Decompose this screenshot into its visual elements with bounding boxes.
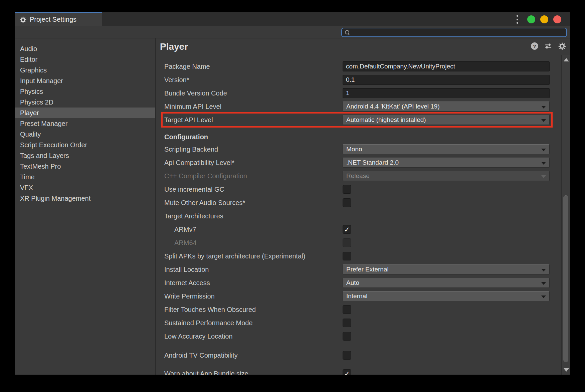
main-header: Player ? [156, 38, 570, 55]
setting-row-armv7: ARMv7✓ [164, 223, 550, 236]
vertical-scrollbar[interactable] [561, 55, 570, 375]
dropdown-value: Release [346, 172, 370, 180]
search-input[interactable] [352, 29, 552, 36]
toolbar [15, 26, 570, 38]
sidebar-item-quality[interactable]: Quality [15, 129, 155, 140]
header-icons: ? [531, 42, 566, 50]
setting-row-c-compiler-configuration: C++ Compiler ConfigurationRelease [164, 169, 550, 183]
sidebar-item-input-manager[interactable]: Input Manager [15, 75, 155, 86]
tab-project-settings[interactable]: Project Settings [15, 12, 102, 26]
sidebar-item-script-execution-order[interactable]: Script Execution Order [15, 140, 155, 150]
setting-row-write-permission: Write PermissionInternal [164, 289, 550, 303]
armv7-checkbox[interactable]: ✓ [343, 225, 351, 234]
sidebar-item-xr-plugin-management[interactable]: XR Plugin Management [15, 193, 155, 204]
scroll-down-arrow-icon[interactable] [564, 368, 569, 372]
sidebar-item-physics[interactable]: Physics [15, 86, 155, 97]
minimum-api-level-dropdown[interactable]: Android 4.4 'KitKat' (API level 19) [343, 102, 550, 112]
setting-row-api-compatibility-level: Api Compatibility Level*.NET Standard 2.… [164, 156, 550, 169]
low-accuracy-location-checkbox[interactable] [343, 332, 351, 341]
sidebar-item-vfx[interactable]: VFX [15, 182, 155, 193]
help-circle-icon[interactable]: ? [531, 42, 539, 50]
check-icon: ✓ [344, 370, 350, 375]
sidebar-item-physics-2d[interactable]: Physics 2D [15, 97, 155, 108]
install-location-dropdown[interactable]: Prefer External [343, 264, 550, 274]
chevron-down-icon [541, 162, 546, 165]
write-permission-dropdown[interactable]: Internal [343, 291, 550, 301]
setting-label: Bundle Version Code [164, 89, 343, 97]
setting-row-use-incremental-gc: Use incremental GC [164, 183, 550, 196]
setting-row-version: Version* [164, 73, 550, 86]
package-name-field[interactable] [343, 61, 550, 71]
scroll-up-arrow-icon[interactable] [564, 58, 569, 61]
android-tv-compatibility-checkbox[interactable] [343, 351, 351, 360]
setting-label: Install Location [164, 266, 343, 273]
sidebar-item-player[interactable]: Player [15, 108, 155, 118]
setting-label: Write Permission [164, 292, 343, 300]
setting-label: Internet Access [164, 279, 343, 287]
scrollbar-thumb[interactable] [563, 195, 568, 362]
setting-label: Filter Touches When Obscured [164, 306, 343, 314]
sustained-performance-mode-checkbox[interactable] [343, 319, 351, 327]
warn-about-app-bundle-size-checkbox[interactable]: ✓ [343, 369, 351, 375]
sidebar-item-graphics[interactable]: Graphics [15, 65, 155, 75]
setting-label: Package Name [164, 63, 343, 70]
window-controls [527, 15, 561, 23]
target-api-level-dropdown[interactable]: Automatic (highest installed) [343, 115, 550, 125]
chevron-down-icon [541, 106, 546, 109]
section-header-label: Configuration [164, 133, 208, 141]
split-apks-by-target-architecture-experimental-checkbox[interactable] [343, 252, 351, 260]
api-compatibility-level-dropdown[interactable]: .NET Standard 2.0 [343, 158, 550, 168]
setting-row-android-tv-compatibility: Android TV Compatibility [164, 349, 550, 362]
setting-row-install-location: Install LocationPrefer External [164, 263, 550, 276]
setting-row-minimum-api-level: Minimum API LevelAndroid 4.4 'KitKat' (A… [164, 100, 550, 113]
page-title: Player [160, 41, 188, 52]
version-field[interactable] [343, 75, 550, 85]
sidebar-item-tags-and-layers[interactable]: Tags and Layers [15, 150, 155, 161]
setting-row-target-api-level: Target API LevelAutomatic (highest insta… [164, 113, 550, 127]
window-button-yellow[interactable] [540, 15, 548, 23]
use-incremental-gc-checkbox[interactable] [343, 185, 351, 194]
content-area: AudioEditorGraphicsInput ManagerPhysicsP… [15, 38, 570, 375]
settings-scroll-area: Package NameVersion*Bundle Version CodeM… [156, 55, 561, 375]
setting-label: Target Architectures [164, 212, 343, 220]
setting-row-scripting-backend: Scripting BackendMono [164, 143, 550, 156]
chevron-down-icon [541, 282, 546, 285]
bundle-version-code-field[interactable] [343, 88, 550, 98]
mute-other-audio-sources-checkbox[interactable] [343, 198, 351, 207]
setting-row-split-apks-by-target-architecture-experimental: Split APKs by target architecture (Exper… [164, 249, 550, 263]
setting-row-sustained-performance-mode: Sustained Performance Mode [164, 316, 550, 330]
sidebar-item-preset-manager[interactable]: Preset Manager [15, 118, 155, 129]
sidebar: AudioEditorGraphicsInput ManagerPhysicsP… [15, 38, 155, 375]
kebab-menu-icon[interactable] [515, 15, 520, 24]
c-compiler-configuration-dropdown: Release [343, 171, 550, 181]
scripting-backend-dropdown[interactable]: Mono [343, 144, 550, 154]
tab-bar: Project Settings [15, 12, 570, 26]
chevron-down-icon [541, 269, 546, 271]
window-button-red[interactable] [553, 15, 561, 23]
sliders-icon[interactable] [544, 42, 552, 50]
setting-label: Use incremental GC [164, 186, 343, 193]
project-settings-window: Project Settings AudioEditorGraphicsInpu… [15, 12, 570, 375]
setting-row-mute-other-audio-sources: Mute Other Audio Sources* [164, 196, 550, 209]
tab-label: Project Settings [30, 16, 76, 23]
window-button-green[interactable] [527, 15, 535, 23]
setting-label: Sustained Performance Mode [164, 319, 343, 327]
dropdown-value: Automatic (highest installed) [346, 116, 426, 124]
setting-row-bundle-version-code: Bundle Version Code [164, 86, 550, 100]
sidebar-item-audio[interactable]: Audio [15, 43, 155, 54]
gear-icon[interactable] [558, 42, 566, 50]
sidebar-item-time[interactable]: Time [15, 172, 155, 182]
gear-icon [20, 16, 26, 23]
dropdown-value: Android 4.4 'KitKat' (API level 19) [346, 103, 440, 110]
section-header-configuration: Configuration [164, 131, 550, 143]
filter-touches-when-obscured-checkbox[interactable] [343, 305, 351, 314]
sidebar-item-textmesh-pro[interactable]: TextMesh Pro [15, 161, 155, 172]
chevron-down-icon [541, 175, 546, 178]
sidebar-item-editor[interactable]: Editor [15, 54, 155, 65]
dropdown-value: Auto [346, 279, 359, 286]
main-panel: Player ? [156, 38, 570, 375]
internet-access-dropdown[interactable]: Auto [343, 278, 550, 288]
settings-rows: Package NameVersion*Bundle Version CodeM… [164, 60, 550, 375]
setting-label: Scripting Backend [164, 146, 343, 153]
chevron-down-icon [541, 296, 546, 298]
